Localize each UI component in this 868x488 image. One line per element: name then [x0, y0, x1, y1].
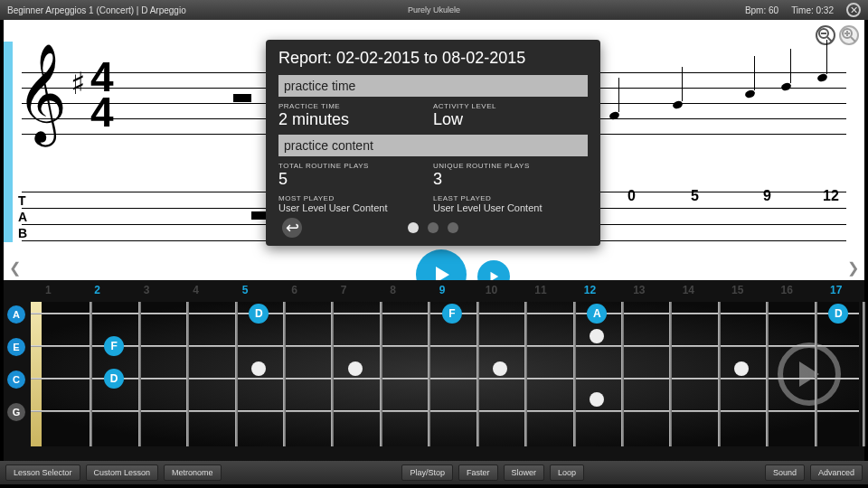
half-rest: [233, 94, 251, 102]
loop-button[interactable]: Loop: [550, 465, 584, 481]
open-note: E: [7, 338, 25, 356]
fretboard-panel: 1234567891011121314151617 AECG DFADFD: [4, 280, 864, 461]
pager-dot[interactable]: [448, 222, 458, 233]
fretboard[interactable]: DFADFD: [31, 302, 859, 446]
fret-number: 4: [171, 284, 220, 298]
open-string-notes: AECG: [7, 305, 25, 421]
fret-number: 10: [467, 284, 515, 298]
fret-number: 17: [812, 284, 861, 298]
zoom-out-icon[interactable]: [816, 25, 835, 45]
fret-note: D: [828, 304, 848, 324]
fret-number: 6: [269, 284, 318, 298]
report-section-content: practice content: [278, 135, 588, 156]
report-pager: ↩: [278, 222, 588, 233]
tab-number: 0: [627, 188, 636, 204]
close-icon[interactable]: ✕: [846, 3, 861, 17]
next-icon[interactable]: [778, 343, 841, 406]
practice-time-value: 2 minutes: [278, 110, 433, 129]
least-played-value: User Level User Content: [433, 202, 588, 213]
activity-level-value: Low: [433, 110, 588, 129]
pager-dot[interactable]: [408, 222, 419, 233]
lesson-selector-button[interactable]: Lesson Selector: [5, 465, 80, 481]
bpm-readout: Bpm: 60: [745, 5, 778, 15]
report-panel: Report: 02-02-2015 to 08-02-2015 practic…: [266, 40, 600, 246]
notes-group: [600, 65, 846, 137]
fret-number: 13: [615, 284, 664, 298]
fret-number: 3: [122, 284, 171, 298]
tab-letter: T: [18, 193, 26, 208]
time-readout: Time: 0:32: [791, 5, 834, 15]
fret-number: 5: [221, 284, 269, 298]
nut: [31, 302, 42, 446]
report-back-icon[interactable]: ↩: [282, 218, 302, 238]
fret-number: 8: [368, 284, 417, 298]
open-note: G: [7, 403, 25, 421]
metronome-button[interactable]: Metronome: [164, 465, 222, 481]
fret-note: F: [104, 336, 124, 356]
open-note: C: [7, 371, 25, 389]
playhead: [4, 42, 13, 242]
fret-note: F: [442, 304, 462, 324]
top-bar: Beginner Arpeggios 1 (Concert) | D Arpeg…: [0, 0, 868, 20]
most-played-value: User Level User Content: [278, 202, 433, 213]
fret-number: 15: [713, 284, 762, 298]
unique-plays-value: 3: [433, 170, 588, 189]
tab-letter: A: [18, 210, 27, 224]
faster-button[interactable]: Faster: [458, 465, 498, 481]
fret-number: 16: [762, 284, 811, 298]
fret-number: 14: [664, 284, 712, 298]
pager-dot[interactable]: [428, 222, 439, 233]
slower-button[interactable]: Slower: [504, 465, 545, 481]
svg-line-4: [851, 37, 855, 42]
sound-button[interactable]: Sound: [765, 465, 805, 481]
fret-numbers: 1234567891011121314151617: [24, 284, 861, 298]
open-note: A: [7, 305, 25, 324]
fret-number: 1: [24, 284, 72, 298]
report-title: Report: 02-02-2015 to 08-02-2015: [278, 49, 588, 68]
next-page-icon[interactable]: ❯: [847, 259, 859, 277]
svg-line-1: [827, 37, 832, 42]
app-brand: Purely Ukulele: [408, 5, 460, 14]
advanced-button[interactable]: Advanced: [810, 465, 863, 481]
report-section-time: practice time: [278, 75, 588, 97]
fret-number: 7: [319, 284, 368, 298]
tab-letter: B: [18, 226, 27, 240]
custom-lesson-button[interactable]: Custom Lesson: [86, 465, 159, 481]
prev-page-icon[interactable]: ❮: [9, 259, 21, 277]
tab-number: 12: [823, 188, 839, 204]
total-plays-value: 5: [278, 170, 433, 189]
fret-number: 12: [565, 284, 614, 298]
fret-number: 11: [516, 284, 565, 298]
tab-number: 9: [763, 188, 771, 204]
fret-note: A: [587, 304, 607, 324]
bottom-toolbar: Lesson Selector Custom Lesson Metronome …: [0, 461, 868, 484]
notation-panel: 𝄞 ♯ 4 4 T A B 0 5 9 12 ❮ ❯ Report:: [4, 20, 864, 280]
fret-note: D: [104, 369, 124, 389]
tab-number: 5: [691, 188, 699, 204]
fret-number: 2: [72, 284, 121, 298]
fret-note: D: [249, 304, 269, 324]
lesson-title: Beginner Arpeggios 1 (Concert) | D Arpeg…: [7, 5, 186, 15]
zoom-in-icon[interactable]: [839, 25, 859, 45]
fret-number: 9: [418, 284, 467, 298]
play-stop-button[interactable]: Play/Stop: [401, 465, 453, 481]
